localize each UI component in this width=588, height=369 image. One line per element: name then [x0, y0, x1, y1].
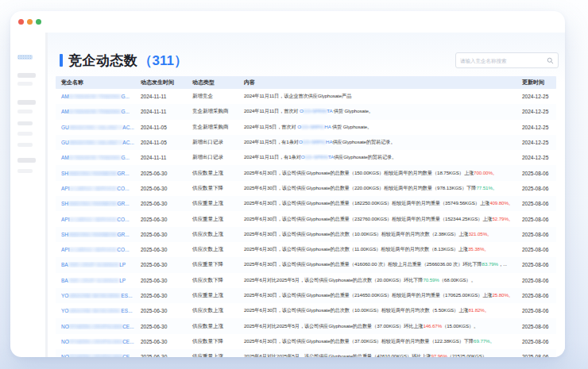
sidebar-nav-item-active[interactable] — [17, 55, 33, 60]
company-suffix: G... — [121, 94, 129, 99]
sidebar-nav-item[interactable] — [17, 158, 36, 163]
company-name-link[interactable]: BA YER CROP SCIENCE LP — [56, 278, 135, 283]
company-redacted: B FASHION TRADING — [69, 109, 122, 114]
company-prefix: API — [61, 186, 69, 191]
company-name-link[interactable]: API A CARGO SERVICE CO... — [56, 186, 135, 191]
content-text: 2025年6月对比2025年5月，该公司供应Glyphosate的总次数（20.… — [244, 277, 423, 283]
company-name-link[interactable]: BA YER CROP SCIENCE LP — [56, 262, 135, 267]
content-text: 2024年11月11日，该企业首次供应Glyphosate产品 — [244, 93, 351, 98]
content-text: ，... — [498, 261, 507, 267]
company-suffix: G... — [121, 155, 129, 160]
table-row: API A CARGO SERVICE CO... 2025-06-30 供应数… — [56, 181, 556, 196]
company-name-link[interactable]: YO UNGONE BIOSCIENC ES... — [56, 293, 135, 298]
content-text: 供应Glyphosate的贸易记录。 — [332, 139, 395, 144]
sidebar-nav-item[interactable] — [17, 73, 36, 78]
event-type-cell: 竞企新增采购商 — [187, 124, 238, 131]
company-name-link[interactable]: GU ANGDONG GALANZ V AC... — [56, 125, 135, 130]
fall-percent: 83.79% — [482, 261, 498, 267]
content-text: 2024年11月11日，首次对 — [244, 108, 300, 113]
company-name-link[interactable]: YO UNGONE BIOSCIENC ES... — [56, 308, 135, 313]
content-text: 供货 Glyphosate。 — [331, 124, 372, 129]
company-suffix: G... — [121, 109, 129, 114]
content-text: （15.00KGS）。 — [442, 323, 478, 329]
company-prefix: SH — [61, 171, 68, 176]
event-type-cell: 供应数量下降 — [187, 185, 238, 192]
rise-percent: 146.67% — [423, 323, 442, 329]
sidebar-nav-item[interactable] — [17, 100, 36, 105]
company-redacted: ANDONG RAINBOW — [68, 171, 117, 176]
search-icon[interactable] — [547, 57, 554, 64]
column-header-content: 内容 — [238, 79, 516, 86]
updated-date-cell: 2025-08-06 — [516, 217, 558, 222]
page-header: 竞企动态数 （311） — [60, 52, 559, 69]
sidebar-nav-item[interactable] — [17, 169, 33, 173]
company-prefix: BA — [61, 278, 68, 283]
company-name-link[interactable]: API A CARGO SERVICE CO... — [56, 247, 135, 252]
company-prefix: API — [61, 217, 69, 222]
sidebar-nav-item[interactable] — [17, 110, 33, 113]
company-name-link[interactable]: NO RTHERN CROPSCIEN CE... — [56, 354, 135, 357]
event-type-cell: 竞企新增采购商 — [187, 108, 238, 115]
search-input[interactable] — [460, 58, 547, 63]
company-suffix: GR... — [117, 201, 129, 206]
updated-date-cell: 2025-08-06 — [516, 293, 558, 298]
company-suffix: GR... — [117, 232, 129, 237]
content-cell: 2024年11月11日，首次对 OCO-SPRINTA 供货 Glyphosat… — [238, 108, 516, 115]
event-type-cell: 供应次数下降 — [187, 277, 238, 284]
sidebar-nav-item[interactable] — [17, 132, 33, 136]
zoom-window-icon[interactable] — [36, 19, 41, 25]
content-text: 2025年6月对比2025年5月，该公司供应Glyphosate的总数量（37.… — [244, 323, 423, 329]
minimize-window-icon[interactable] — [27, 19, 33, 25]
column-header-event-date: 动态发生时间 — [135, 79, 187, 86]
event-date-cell: 2025-06-30 — [135, 339, 187, 344]
company-suffix: LP — [119, 278, 126, 283]
company-name-link[interactable]: NO RTHERN CROPSCIEN CE... — [56, 324, 135, 329]
table-row: API A CARGO SERVICE CO... 2025-06-30 供应重… — [56, 211, 556, 226]
company-prefix: GU — [61, 140, 69, 145]
company-prefix: NO — [61, 324, 69, 329]
updated-date-cell: 2025-08-06 — [516, 278, 558, 283]
company-redacted: ANDONG RAINBOW — [68, 201, 117, 206]
content-cell: 2025年6月30日，该公司供应Glyphosate的总次数（10.00KGS）… — [238, 231, 516, 238]
sidebar-nav-item[interactable] — [17, 82, 33, 86]
table-row: GU ANGDONG GALANZ V AC... 2024-11-05 竞企新… — [56, 120, 556, 135]
sidebar-nav-item[interactable] — [17, 143, 33, 147]
company-name-link[interactable]: SH ANDONG RAINBOW GR... — [56, 232, 135, 237]
table-row: NO RTHERN CROPSCIEN CE... 2025-06-30 供应数… — [56, 334, 556, 349]
column-header-company: 竞企名称 — [56, 79, 135, 86]
event-date-cell: 2025-06-30 — [135, 308, 187, 313]
company-redacted: A CARGO SERVICE — [69, 217, 117, 222]
company-name-link[interactable]: AM B FASHION TRADING G... — [56, 109, 135, 114]
content-cell: 2025年6月30日，该公司供应Glyphosate的总重量（232760.00… — [238, 216, 516, 223]
table-row: AM B FASHION TRADING G... 2024-11-11 竞企新… — [56, 104, 556, 119]
content-text: （68.00KGS）。 — [439, 277, 476, 283]
company-redacted: B FASHION TRADING — [69, 155, 122, 160]
company-redacted: YER CROP SCIENCE — [68, 278, 120, 283]
content-text: 2025年6月30日，该公司供应Glyphosate的总数量（150.00KGS… — [244, 170, 474, 175]
table-row: YO UNGONE BIOSCIENC ES... 2025-06-30 供应重… — [56, 288, 556, 303]
event-type-cell: 新增出口记录 — [187, 154, 238, 161]
company-redacted: YER CROP SCIENCE — [68, 262, 120, 267]
company-suffix: CO... — [117, 217, 129, 222]
event-type-cell: 供应数量上涨 — [187, 170, 238, 177]
company-name-link[interactable]: AM B FASHION TRADING G... — [56, 94, 135, 99]
company-name-link[interactable]: GU ANGDONG GALANZ V AC... — [56, 140, 135, 145]
company-mention: O — [299, 139, 303, 144]
company-name-link[interactable]: API A CARGO SERVICE CO... — [56, 217, 135, 222]
content-cell: 2024年11月5日，首次对 OCO-SRPICHA 供货 Glyphosate… — [238, 124, 516, 131]
company-name-link[interactable]: SH ANDONG RAINBOW GR... — [56, 201, 135, 206]
company-search-box[interactable] — [455, 52, 559, 68]
company-name-link[interactable]: SH ANDONG RAINBOW GR... — [56, 171, 135, 176]
event-type-cell: 新增出口记录 — [187, 139, 238, 146]
event-date-cell: 2024-11-05 — [135, 125, 187, 130]
company-name-link[interactable]: NO RTHERN CROPSCIEN CE... — [56, 339, 135, 344]
updated-date-cell: 2025-08-06 — [516, 201, 558, 206]
close-window-icon[interactable] — [18, 19, 24, 25]
company-suffix: CE... — [122, 324, 133, 329]
company-redacted: ANGDONG GALANZ V — [69, 140, 123, 145]
company-name-link[interactable]: AM B FASHION TRADING G... — [56, 155, 135, 160]
sidebar-nav-item[interactable] — [17, 121, 33, 125]
table-row: AM B FASHION TRADING G... 2024-11-11 新增出… — [56, 150, 556, 165]
fall-percent: 69.77%。 — [474, 338, 494, 344]
table-row: SH ANDONG RAINBOW GR... 2025-06-30 供应数量上… — [56, 165, 556, 180]
